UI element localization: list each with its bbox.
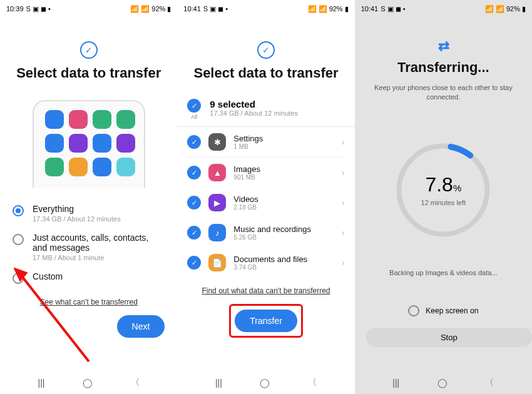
category-icon: 📄 xyxy=(208,254,226,271)
option-label: Everything xyxy=(33,204,121,214)
category-size: 2.18 GB xyxy=(233,204,334,211)
nav-bar: ||| ◯ 〈 xyxy=(177,371,354,394)
header-icon: ⇄ xyxy=(355,41,532,53)
category-row[interactable]: ✓ ✱ Settings 1 MB › xyxy=(177,127,354,157)
status-time: 10:41 xyxy=(183,5,201,13)
app-icon xyxy=(116,158,135,176)
nav-home-icon[interactable]: ◯ xyxy=(83,378,93,388)
app-icon xyxy=(116,134,135,153)
nav-recents-icon[interactable]: ||| xyxy=(38,378,45,388)
nav-home-icon[interactable]: ◯ xyxy=(437,378,448,388)
app-icon xyxy=(45,158,64,176)
app-grid xyxy=(45,110,133,176)
category-icon: ✱ xyxy=(208,133,226,151)
header-icon: ✓ xyxy=(0,41,177,59)
category-row[interactable]: ✓ ▶ Videos 2.18 GB › xyxy=(177,188,354,218)
check-icon: ✓ xyxy=(187,135,201,149)
radio-selected-icon xyxy=(13,205,24,216)
highlight-box: Transfer xyxy=(229,304,303,338)
battery-pct: 92% xyxy=(506,5,520,13)
check-icon: ✓ xyxy=(187,99,201,113)
battery-pct: 92% xyxy=(151,5,165,13)
nav-recents-icon[interactable]: ||| xyxy=(392,378,399,388)
selected-summary: 17.34 GB / About 12 minutes xyxy=(210,109,298,117)
status-indicators: S ▣ ◼ • xyxy=(203,5,228,13)
nav-back-icon[interactable]: 〈 xyxy=(131,377,140,388)
option-label: Custom xyxy=(33,271,63,281)
progress-percent: 7.8% xyxy=(425,173,461,196)
app-icon xyxy=(93,110,111,129)
status-time: 10:41 xyxy=(361,5,379,13)
pane-transferring: 10:41S ▣ ◼ • 📶📶92%▮ ⇄ Transferring... Ke… xyxy=(355,0,532,394)
option-basic[interactable]: Just accounts, calls, contacts, and mess… xyxy=(13,228,165,266)
battery-pct: 92% xyxy=(329,5,343,13)
option-everything[interactable]: Everything 17.34 GB / About 12 minutes xyxy=(13,199,165,228)
check-icon: ✓ xyxy=(187,196,201,210)
nav-home-icon[interactable]: ◯ xyxy=(260,378,270,388)
status-bar: 10:41S ▣ ◼ • 📶📶92%▮ xyxy=(355,0,532,15)
signal-icon: 📶 xyxy=(319,5,327,13)
header-icon: ✓ xyxy=(177,41,354,59)
category-size: 1 MB xyxy=(233,143,334,150)
next-button[interactable]: Next xyxy=(117,315,165,338)
category-row[interactable]: ✓ ♪ Music and recordings 5.26 GB › xyxy=(177,218,354,248)
transfer-options: Everything 17.34 GB / About 12 minutes J… xyxy=(0,188,177,289)
nav-back-icon[interactable]: 〈 xyxy=(308,377,317,388)
app-icon xyxy=(45,134,64,153)
pane-select-categories: 10:41S ▣ ◼ • 📶📶92%▮ ✓ Select data to tra… xyxy=(177,0,354,394)
chevron-right-icon: › xyxy=(342,198,345,208)
check-icon: ✓ xyxy=(187,226,201,240)
nav-bar: ||| ◯ 〈 xyxy=(0,371,177,394)
category-size: 901 MB xyxy=(233,174,334,181)
keep-screen-label: Keep screen on xyxy=(426,306,478,315)
check-circle-icon: ✓ xyxy=(80,41,98,59)
transfer-arrows-icon: ⇄ xyxy=(438,41,448,51)
category-list: ✓ ✱ Settings 1 MB ›✓ ▲ Images 901 MB ›✓ … xyxy=(177,127,354,278)
nav-recents-icon[interactable]: ||| xyxy=(215,378,222,388)
transfer-button[interactable]: Transfer xyxy=(235,310,297,332)
chevron-right-icon: › xyxy=(342,258,345,268)
wifi-icon: 📶 xyxy=(308,5,317,13)
page-subtitle: Keep your phones close to each other to … xyxy=(355,83,532,103)
category-icon: ▲ xyxy=(208,164,226,181)
phone-illustration xyxy=(33,100,145,188)
check-circle-icon: ✓ xyxy=(257,41,275,59)
signal-icon: 📶 xyxy=(496,5,504,13)
progress-time-left: 12 minutes left xyxy=(421,199,466,206)
find-out-link[interactable]: Find out what data can't be transferred xyxy=(177,286,354,295)
radio-icon xyxy=(13,234,24,245)
check-icon: ✓ xyxy=(187,256,201,270)
option-sublabel: 17.34 GB / About 12 minutes xyxy=(33,215,121,223)
app-icon xyxy=(69,158,88,176)
category-row[interactable]: ✓ 📄 Documents and files 3.74 GB › xyxy=(177,248,354,278)
chevron-right-icon: › xyxy=(342,228,345,238)
option-custom[interactable]: Custom xyxy=(13,266,165,289)
app-icon xyxy=(69,110,88,129)
nav-back-icon[interactable]: 〈 xyxy=(485,377,494,388)
status-indicators: S ▣ ◼ • xyxy=(381,5,405,13)
select-all-row[interactable]: ✓ All 9 selected 17.34 GB / About 12 min… xyxy=(177,93,354,127)
stop-button[interactable]: Stop xyxy=(366,328,532,347)
battery-icon: ▮ xyxy=(167,5,171,13)
status-bar: 10:39S ▣ ◼ • 📶📶92%▮ xyxy=(0,0,177,15)
category-size: 3.74 GB xyxy=(233,264,334,271)
nav-bar: ||| ◯ 〈 xyxy=(355,371,532,394)
category-icon: ▶ xyxy=(208,194,226,211)
status-time: 10:39 xyxy=(6,5,24,13)
radio-icon xyxy=(408,305,419,316)
all-label: All xyxy=(187,114,201,120)
category-row[interactable]: ✓ ▲ Images 901 MB › xyxy=(177,158,354,188)
option-sublabel: 17 MB / About 1 minute xyxy=(33,254,165,261)
status-bar: 10:41S ▣ ◼ • 📶📶92%▮ xyxy=(177,0,354,15)
category-title: Images xyxy=(233,164,334,174)
see-what-cant-link[interactable]: See what can't be transferred xyxy=(0,298,177,306)
page-title: Select data to transfer xyxy=(0,65,177,81)
keep-screen-on-toggle[interactable]: Keep screen on xyxy=(355,305,532,316)
check-icon: ✓ xyxy=(187,166,201,179)
category-title: Music and recordings xyxy=(233,225,334,234)
chevron-right-icon: › xyxy=(342,137,345,147)
signal-icon: 📶 xyxy=(141,5,150,13)
battery-icon: ▮ xyxy=(522,5,526,13)
wifi-icon: 📶 xyxy=(130,5,139,13)
selected-count: 9 selected xyxy=(210,99,298,109)
